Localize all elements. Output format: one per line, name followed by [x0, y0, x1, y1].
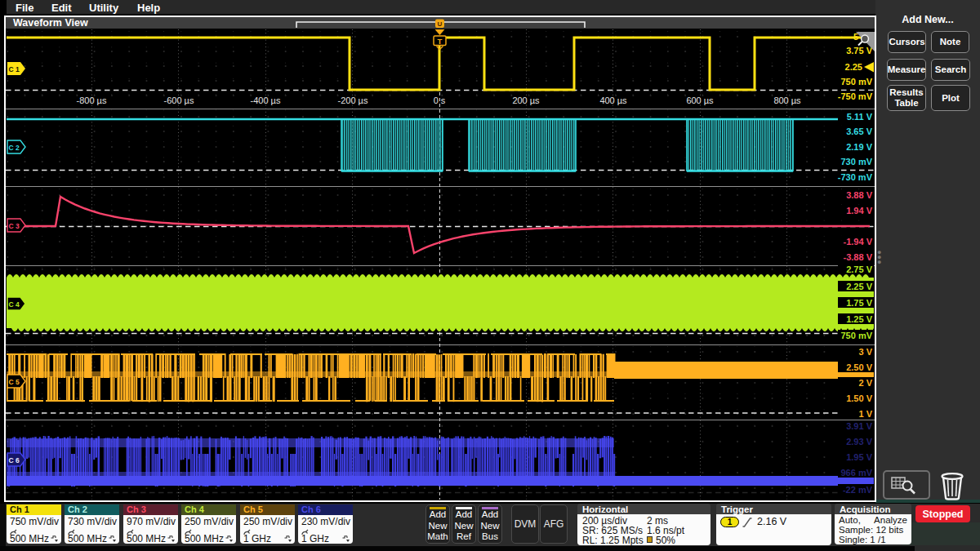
svg-text:3 V: 3 V: [858, 347, 872, 357]
svg-text:0 s: 0 s: [434, 96, 446, 105]
svg-text:Waveform View: Waveform View: [13, 17, 88, 29]
svg-text:400 µs: 400 µs: [599, 96, 627, 105]
svg-text:C 6: C 6: [8, 456, 20, 464]
svg-text:1.95 V: 1.95 V: [846, 452, 872, 462]
svg-text:2.75 V: 2.75 V: [846, 264, 872, 274]
svg-text:1.75 V: 1.75 V: [846, 298, 872, 308]
svg-text:2.25 V: 2.25 V: [846, 282, 872, 291]
svg-text:966 mV: 966 mV: [840, 468, 872, 478]
svg-text:2.25: 2.25: [845, 62, 862, 72]
svg-text:U: U: [438, 20, 443, 28]
svg-text:5.11 V: 5.11 V: [847, 112, 873, 122]
svg-text:-800 µs: -800 µs: [77, 96, 107, 105]
svg-text:3.88 V: 3.88 V: [846, 190, 872, 200]
svg-text:3.75 V: 3.75 V: [846, 46, 872, 56]
svg-text:750 mV: 750 mV: [840, 77, 872, 87]
svg-text:-400 µs: -400 µs: [251, 96, 281, 105]
svg-text:1.94 V: 1.94 V: [846, 206, 872, 216]
svg-text:-750 mV: -750 mV: [838, 91, 873, 101]
svg-text:730 mV: 730 mV: [840, 157, 872, 167]
svg-text:1 V: 1 V: [858, 409, 872, 419]
svg-text:C 5: C 5: [8, 378, 20, 386]
svg-text:-1.94 V: -1.94 V: [844, 237, 873, 247]
svg-text:2.19 V: 2.19 V: [846, 142, 872, 152]
svg-text:2 V: 2 V: [858, 378, 872, 388]
svg-text:C 4: C 4: [8, 300, 20, 309]
svg-text:C 1: C 1: [8, 65, 20, 73]
svg-text:-3.88 V: -3.88 V: [844, 252, 873, 262]
svg-text:750 mV: 750 mV: [840, 331, 872, 340]
svg-text:200 µs: 200 µs: [512, 96, 540, 105]
svg-text:2.50 V: 2.50 V: [846, 362, 872, 372]
svg-text:C 2: C 2: [8, 144, 20, 152]
svg-text:1.25 V: 1.25 V: [846, 314, 872, 324]
svg-text:600 µs: 600 µs: [686, 96, 714, 105]
svg-text:-22 mV: -22 mV: [843, 485, 873, 495]
svg-text:3.91 V: 3.91 V: [846, 421, 872, 431]
svg-text:T: T: [438, 37, 443, 46]
svg-text:-600 µs: -600 µs: [164, 96, 194, 105]
svg-text:1.50 V: 1.50 V: [846, 393, 872, 403]
svg-text:-730 mV: -730 mV: [838, 172, 873, 182]
svg-text:2.93 V: 2.93 V: [846, 437, 872, 447]
svg-text:3.65 V: 3.65 V: [846, 127, 872, 136]
svg-text:-200 µs: -200 µs: [338, 96, 368, 105]
svg-text:800 µs: 800 µs: [773, 96, 801, 105]
svg-text:C 3: C 3: [8, 222, 20, 230]
